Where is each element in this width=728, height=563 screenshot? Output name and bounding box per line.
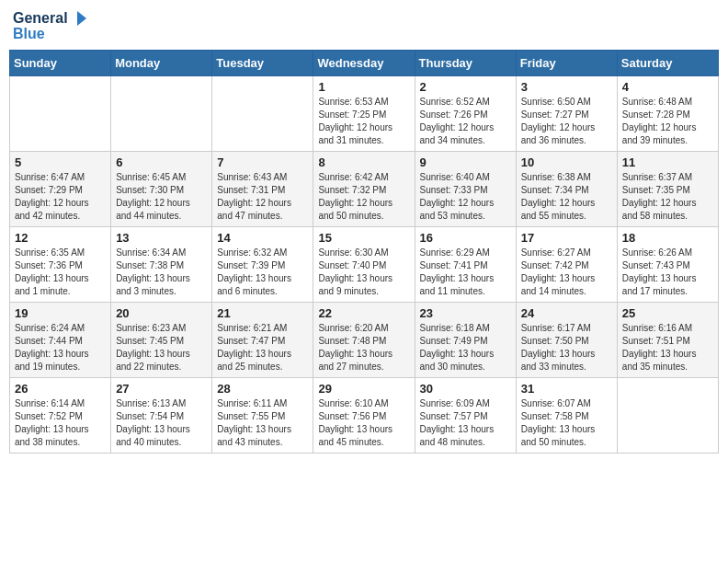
calendar-cell <box>111 75 212 151</box>
day-info: Sunrise: 6:13 AM Sunset: 7:54 PM Dayligh… <box>116 397 207 449</box>
calendar-cell: 12Sunrise: 6:35 AM Sunset: 7:36 PM Dayli… <box>10 226 111 302</box>
day-info: Sunrise: 6:40 AM Sunset: 7:33 PM Dayligh… <box>420 171 511 223</box>
day-info: Sunrise: 6:30 AM Sunset: 7:40 PM Dayligh… <box>318 247 409 298</box>
day-info: Sunrise: 6:17 AM Sunset: 7:50 PM Dayligh… <box>521 322 612 373</box>
day-number: 19 <box>15 306 106 320</box>
weekday-header-row: SundayMondayTuesdayWednesdayThursdayFrid… <box>10 50 719 75</box>
day-number: 4 <box>622 80 713 94</box>
day-number: 23 <box>420 306 511 320</box>
calendar-cell <box>10 75 111 151</box>
weekday-header-friday: Friday <box>516 50 617 75</box>
calendar-cell: 17Sunrise: 6:27 AM Sunset: 7:42 PM Dayli… <box>516 226 617 302</box>
day-info: Sunrise: 6:47 AM Sunset: 7:29 PM Dayligh… <box>15 171 106 223</box>
weekday-header-sunday: Sunday <box>10 50 111 75</box>
calendar-cell: 26Sunrise: 6:14 AM Sunset: 7:52 PM Dayli… <box>10 377 111 453</box>
logo-general-text: General <box>13 10 68 27</box>
weekday-header-wednesday: Wednesday <box>313 50 415 75</box>
weekday-header-tuesday: Tuesday <box>212 50 313 75</box>
day-info: Sunrise: 6:48 AM Sunset: 7:28 PM Dayligh… <box>622 96 713 147</box>
day-number: 12 <box>15 231 106 245</box>
calendar-week-2: 5Sunrise: 6:47 AM Sunset: 7:29 PM Daylig… <box>10 151 719 226</box>
calendar-cell: 15Sunrise: 6:30 AM Sunset: 7:40 PM Dayli… <box>313 226 415 302</box>
day-number: 6 <box>116 155 207 169</box>
day-number: 20 <box>116 306 207 320</box>
day-info: Sunrise: 6:20 AM Sunset: 7:48 PM Dayligh… <box>318 322 409 373</box>
calendar-week-5: 26Sunrise: 6:14 AM Sunset: 7:52 PM Dayli… <box>10 377 719 453</box>
calendar-cell: 31Sunrise: 6:07 AM Sunset: 7:58 PM Dayli… <box>516 377 617 453</box>
day-number: 15 <box>318 231 409 245</box>
day-info: Sunrise: 6:50 AM Sunset: 7:27 PM Dayligh… <box>521 96 612 147</box>
day-number: 9 <box>420 155 511 169</box>
calendar-cell: 29Sunrise: 6:10 AM Sunset: 7:56 PM Dayli… <box>313 377 415 453</box>
day-number: 18 <box>622 231 713 245</box>
day-info: Sunrise: 6:32 AM Sunset: 7:39 PM Dayligh… <box>217 247 308 298</box>
day-info: Sunrise: 6:37 AM Sunset: 7:35 PM Dayligh… <box>622 171 713 223</box>
day-info: Sunrise: 6:10 AM Sunset: 7:56 PM Dayligh… <box>318 397 409 449</box>
calendar-cell: 30Sunrise: 6:09 AM Sunset: 7:57 PM Dayli… <box>415 377 516 453</box>
day-number: 7 <box>217 155 308 169</box>
logo: General Blue <box>13 9 88 42</box>
calendar-cell: 14Sunrise: 6:32 AM Sunset: 7:39 PM Dayli… <box>212 226 313 302</box>
calendar-cell: 3Sunrise: 6:50 AM Sunset: 7:27 PM Daylig… <box>516 75 617 151</box>
calendar-cell: 21Sunrise: 6:21 AM Sunset: 7:47 PM Dayli… <box>212 302 313 377</box>
calendar-cell: 13Sunrise: 6:34 AM Sunset: 7:38 PM Dayli… <box>111 226 212 302</box>
day-number: 28 <box>217 382 308 396</box>
calendar-cell: 1Sunrise: 6:53 AM Sunset: 7:25 PM Daylig… <box>313 75 415 151</box>
day-info: Sunrise: 6:34 AM Sunset: 7:38 PM Dayligh… <box>116 247 207 298</box>
weekday-header-saturday: Saturday <box>617 50 718 75</box>
day-number: 27 <box>116 382 207 396</box>
day-number: 16 <box>420 231 511 245</box>
day-number: 17 <box>521 231 612 245</box>
calendar-cell: 4Sunrise: 6:48 AM Sunset: 7:28 PM Daylig… <box>617 75 718 151</box>
day-info: Sunrise: 6:24 AM Sunset: 7:44 PM Dayligh… <box>15 322 106 373</box>
weekday-header-monday: Monday <box>111 50 212 75</box>
calendar-cell: 11Sunrise: 6:37 AM Sunset: 7:35 PM Dayli… <box>617 151 718 226</box>
day-info: Sunrise: 6:43 AM Sunset: 7:31 PM Dayligh… <box>217 171 308 223</box>
day-info: Sunrise: 6:45 AM Sunset: 7:30 PM Dayligh… <box>116 171 207 223</box>
calendar-cell: 20Sunrise: 6:23 AM Sunset: 7:45 PM Dayli… <box>111 302 212 377</box>
day-info: Sunrise: 6:42 AM Sunset: 7:32 PM Dayligh… <box>318 171 409 223</box>
day-info: Sunrise: 6:53 AM Sunset: 7:25 PM Dayligh… <box>318 96 409 147</box>
day-number: 13 <box>116 231 207 245</box>
day-info: Sunrise: 6:29 AM Sunset: 7:41 PM Dayligh… <box>420 247 511 298</box>
day-number: 8 <box>318 155 409 169</box>
calendar-cell: 18Sunrise: 6:26 AM Sunset: 7:43 PM Dayli… <box>617 226 718 302</box>
calendar-cell: 8Sunrise: 6:42 AM Sunset: 7:32 PM Daylig… <box>313 151 415 226</box>
day-info: Sunrise: 6:27 AM Sunset: 7:42 PM Dayligh… <box>521 247 612 298</box>
day-number: 10 <box>521 155 612 169</box>
day-info: Sunrise: 6:23 AM Sunset: 7:45 PM Dayligh… <box>116 322 207 373</box>
day-info: Sunrise: 6:14 AM Sunset: 7:52 PM Dayligh… <box>15 397 106 449</box>
day-number: 30 <box>420 382 511 396</box>
logo-blue-text: Blue <box>13 26 88 42</box>
day-number: 31 <box>521 382 612 396</box>
day-info: Sunrise: 6:35 AM Sunset: 7:36 PM Dayligh… <box>15 247 106 298</box>
calendar-cell: 28Sunrise: 6:11 AM Sunset: 7:55 PM Dayli… <box>212 377 313 453</box>
calendar-cell: 16Sunrise: 6:29 AM Sunset: 7:41 PM Dayli… <box>415 226 516 302</box>
page-header: General Blue <box>9 9 719 42</box>
svg-marker-0 <box>77 11 86 26</box>
weekday-header-thursday: Thursday <box>415 50 516 75</box>
calendar-cell: 7Sunrise: 6:43 AM Sunset: 7:31 PM Daylig… <box>212 151 313 226</box>
day-info: Sunrise: 6:11 AM Sunset: 7:55 PM Dayligh… <box>217 397 308 449</box>
calendar-cell: 23Sunrise: 6:18 AM Sunset: 7:49 PM Dayli… <box>415 302 516 377</box>
day-number: 25 <box>622 306 713 320</box>
calendar-cell: 6Sunrise: 6:45 AM Sunset: 7:30 PM Daylig… <box>111 151 212 226</box>
logo-triangle-icon <box>70 9 88 28</box>
day-number: 1 <box>318 80 409 94</box>
calendar-table: SundayMondayTuesdayWednesdayThursdayFrid… <box>9 50 719 454</box>
day-info: Sunrise: 6:26 AM Sunset: 7:43 PM Dayligh… <box>622 247 713 298</box>
calendar-cell <box>212 75 313 151</box>
calendar-cell: 22Sunrise: 6:20 AM Sunset: 7:48 PM Dayli… <box>313 302 415 377</box>
day-info: Sunrise: 6:16 AM Sunset: 7:51 PM Dayligh… <box>622 322 713 373</box>
day-number: 11 <box>622 155 713 169</box>
day-number: 21 <box>217 306 308 320</box>
day-number: 2 <box>420 80 511 94</box>
day-info: Sunrise: 6:21 AM Sunset: 7:47 PM Dayligh… <box>217 322 308 373</box>
calendar-week-3: 12Sunrise: 6:35 AM Sunset: 7:36 PM Dayli… <box>10 226 719 302</box>
day-number: 24 <box>521 306 612 320</box>
day-number: 3 <box>521 80 612 94</box>
day-number: 5 <box>15 155 106 169</box>
calendar-cell: 27Sunrise: 6:13 AM Sunset: 7:54 PM Dayli… <box>111 377 212 453</box>
logo-container: General Blue <box>13 9 88 42</box>
calendar-week-1: 1Sunrise: 6:53 AM Sunset: 7:25 PM Daylig… <box>10 75 719 151</box>
